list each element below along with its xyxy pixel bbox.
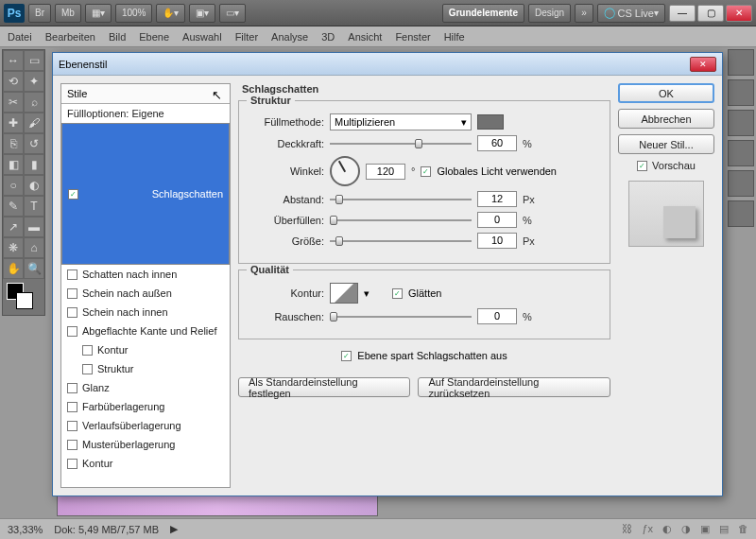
workspace-design[interactable]: Design <box>528 4 571 23</box>
header-btn-br[interactable]: Br <box>28 4 51 23</box>
maximize-icon[interactable]: ▢ <box>697 5 724 22</box>
style-schein-aussen[interactable]: Schein nach außen <box>61 284 230 303</box>
workspace-more-icon[interactable]: » <box>575 4 593 23</box>
checkbox-icon[interactable] <box>67 440 77 450</box>
mask-icon[interactable]: ◐ <box>662 523 672 535</box>
style-farbueberlagerung[interactable]: Farbüberlagerung <box>61 397 230 416</box>
history-brush-icon[interactable]: ↺ <box>24 133 44 154</box>
adjust-icon[interactable]: ◑ <box>681 523 691 535</box>
header-dropdown-icon[interactable]: ▦▾ <box>85 4 112 23</box>
menu-bearbeiten[interactable]: Bearbeiten <box>45 31 95 43</box>
panel-tab-3[interactable] <box>728 110 754 136</box>
cancel-button[interactable]: Abbrechen <box>618 109 714 129</box>
eraser-tool-icon[interactable]: ◧ <box>3 154 24 175</box>
style-musterueberlagerung[interactable]: Musterüberlagerung <box>61 435 230 454</box>
zoom-display[interactable]: 100% <box>115 4 153 23</box>
shape-tool-icon[interactable]: ▬ <box>24 217 44 237</box>
trash-icon[interactable]: 🗑 <box>738 523 748 535</box>
opacity-input[interactable]: 60 <box>477 135 517 151</box>
style-kante-relief[interactable]: Abgeflachte Kante und Relief <box>61 322 230 340</box>
angle-input[interactable]: 120 <box>366 164 405 180</box>
style-schatten-innen[interactable]: Schatten nach innen <box>61 265 230 284</box>
menu-hilfe[interactable]: Hilfe <box>444 31 465 43</box>
gradient-tool-icon[interactable]: ▮ <box>24 154 44 175</box>
view-mode-icon[interactable]: ▣▾ <box>189 4 215 23</box>
size-input[interactable]: 10 <box>477 233 517 249</box>
spread-input[interactable]: 0 <box>477 212 517 228</box>
global-light-checkbox[interactable] <box>421 166 431 177</box>
workspace-grundelemente[interactable]: Grundelemente <box>442 4 524 23</box>
antialias-checkbox[interactable] <box>392 288 403 299</box>
noise-slider[interactable] <box>330 310 472 323</box>
lasso-tool-icon[interactable]: ⟲ <box>3 71 24 92</box>
style-sub-struktur[interactable]: Struktur <box>61 359 230 378</box>
type-tool-icon[interactable]: T <box>24 196 44 217</box>
menu-3d[interactable]: 3D <box>321 31 335 43</box>
reset-default-button[interactable]: Auf Standardeinstellung zurücksetzen <box>418 377 610 397</box>
style-glanz[interactable]: Glanz <box>61 378 230 397</box>
checkbox-icon[interactable] <box>67 459 77 469</box>
knockout-checkbox[interactable] <box>341 351 352 361</box>
shadow-color-chip[interactable] <box>477 114 504 130</box>
menu-fenster[interactable]: Fenster <box>395 31 430 43</box>
minimize-icon[interactable]: — <box>669 5 696 22</box>
blend-mode-select[interactable]: Multiplizieren▾ <box>330 113 472 130</box>
contour-picker[interactable] <box>330 283 358 304</box>
angle-dial[interactable] <box>330 156 360 186</box>
stamp-tool-icon[interactable]: ⎘ <box>3 133 24 154</box>
distance-input[interactable]: 12 <box>477 191 517 207</box>
new-icon[interactable]: ▤ <box>719 523 729 535</box>
new-style-button[interactable]: Neuer Stil... <box>618 134 714 154</box>
spread-slider[interactable] <box>330 214 472 227</box>
move-tool-icon[interactable]: ↔ <box>3 50 24 71</box>
style-list-header[interactable]: Stile ↖ <box>61 84 230 104</box>
hand-tool-icon[interactable]: ✋▾ <box>156 4 185 23</box>
crop-tool-icon[interactable]: ✂ <box>3 92 24 113</box>
distance-slider[interactable] <box>330 193 472 206</box>
checkbox-icon[interactable] <box>82 364 93 374</box>
menu-filter[interactable]: Filter <box>235 31 258 43</box>
ok-button[interactable]: OK <box>618 83 714 103</box>
preview-checkbox[interactable] <box>637 161 647 171</box>
color-swatch[interactable] <box>3 279 44 315</box>
zoom-tool-icon[interactable]: 🔍 <box>24 258 44 279</box>
panel-tab-4[interactable] <box>728 140 754 166</box>
header-btn-mb[interactable]: Mb <box>55 4 81 23</box>
close-icon[interactable]: ✕ <box>726 5 752 22</box>
style-schein-innen[interactable]: Schein nach innen <box>61 303 230 322</box>
style-schlagschatten[interactable]: Schlagschatten <box>61 123 230 265</box>
fx-icon[interactable]: ƒx <box>642 523 653 535</box>
hand-tool-icon[interactable]: ✋ <box>3 258 24 279</box>
style-verlaufsueberlagerung[interactable]: Verlaufsüberlagerung <box>61 416 230 435</box>
opacity-slider[interactable] <box>330 137 472 150</box>
checkbox-icon[interactable] <box>67 307 77 318</box>
panel-tab-5[interactable] <box>728 170 754 197</box>
checkbox-icon[interactable] <box>67 383 77 393</box>
chevron-down-icon[interactable]: ▾ <box>364 287 369 300</box>
brush-tool-icon[interactable]: 🖌 <box>24 113 44 133</box>
menu-ansicht[interactable]: Ansicht <box>348 31 382 43</box>
status-zoom[interactable]: 33,33% <box>8 524 43 535</box>
dialog-titlebar[interactable]: Ebenenstil ✕ <box>53 53 722 76</box>
path-tool-icon[interactable]: ↗ <box>3 217 24 237</box>
checkbox-icon[interactable] <box>67 326 77 337</box>
size-slider[interactable] <box>330 235 472 248</box>
link-icon[interactable]: ⛓ <box>622 523 632 535</box>
make-default-button[interactable]: Als Standardeinstellung festlegen <box>238 377 410 397</box>
pen-tool-icon[interactable]: ✎ <box>3 196 24 217</box>
blur-tool-icon[interactable]: ○ <box>3 175 24 196</box>
checkbox-icon[interactable] <box>68 189 78 200</box>
3d-tool-icon[interactable]: ❋ <box>3 237 24 258</box>
blend-options-row[interactable]: Füllloptionen: Eigene <box>61 104 230 123</box>
wand-tool-icon[interactable]: ✦ <box>24 71 44 92</box>
heal-tool-icon[interactable]: ✚ <box>3 113 24 133</box>
panel-tab-2[interactable] <box>728 79 754 106</box>
checkbox-icon[interactable] <box>82 345 93 356</box>
menu-bild[interactable]: Bild <box>109 31 126 43</box>
checkbox-icon[interactable] <box>67 402 77 412</box>
style-kontur[interactable]: Kontur <box>61 454 230 473</box>
style-sub-kontur[interactable]: Kontur <box>61 340 230 359</box>
checkbox-icon[interactable] <box>67 421 77 431</box>
panel-tab-1[interactable] <box>728 49 754 76</box>
screen-mode-icon[interactable]: ▭▾ <box>219 4 246 23</box>
